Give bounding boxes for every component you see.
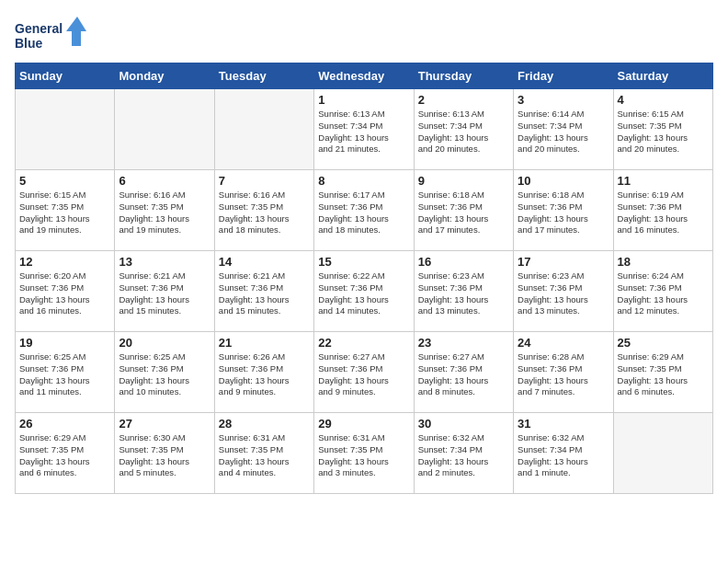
col-header-sunday: Sunday	[16, 63, 115, 89]
day-number: 15	[318, 255, 409, 269]
day-cell: 17Sunrise: 6:23 AM Sunset: 7:36 PM Dayli…	[514, 251, 613, 332]
day-number: 23	[418, 336, 509, 350]
day-cell: 6Sunrise: 6:16 AM Sunset: 7:35 PM Daylig…	[115, 170, 214, 251]
day-info: Sunrise: 6:23 AM Sunset: 7:36 PM Dayligh…	[418, 270, 509, 317]
logo: General Blue	[15, 15, 88, 55]
day-number: 30	[418, 417, 509, 431]
day-info: Sunrise: 6:31 AM Sunset: 7:35 PM Dayligh…	[219, 432, 310, 479]
day-cell: 27Sunrise: 6:30 AM Sunset: 7:35 PM Dayli…	[115, 413, 214, 494]
col-header-friday: Friday	[514, 63, 613, 89]
day-number: 19	[19, 336, 110, 350]
day-number: 11	[618, 174, 709, 188]
day-number: 5	[19, 174, 110, 188]
day-info: Sunrise: 6:32 AM Sunset: 7:34 PM Dayligh…	[418, 432, 509, 479]
day-info: Sunrise: 6:32 AM Sunset: 7:34 PM Dayligh…	[518, 432, 609, 479]
day-cell: 18Sunrise: 6:24 AM Sunset: 7:36 PM Dayli…	[613, 251, 712, 332]
day-cell: 12Sunrise: 6:20 AM Sunset: 7:36 PM Dayli…	[16, 251, 115, 332]
day-cell: 29Sunrise: 6:31 AM Sunset: 7:35 PM Dayli…	[314, 413, 414, 494]
week-row-2: 5Sunrise: 6:15 AM Sunset: 7:35 PM Daylig…	[16, 170, 713, 251]
day-info: Sunrise: 6:21 AM Sunset: 7:36 PM Dayligh…	[219, 270, 310, 317]
day-number: 7	[219, 174, 310, 188]
col-header-thursday: Thursday	[414, 63, 513, 89]
day-info: Sunrise: 6:20 AM Sunset: 7:36 PM Dayligh…	[19, 270, 110, 317]
day-number: 4	[618, 93, 709, 107]
day-number: 29	[318, 417, 409, 431]
day-cell: 25Sunrise: 6:29 AM Sunset: 7:35 PM Dayli…	[613, 332, 712, 413]
day-info: Sunrise: 6:18 AM Sunset: 7:36 PM Dayligh…	[418, 190, 509, 236]
day-info: Sunrise: 6:29 AM Sunset: 7:35 PM Dayligh…	[19, 432, 110, 479]
day-cell: 11Sunrise: 6:19 AM Sunset: 7:36 PM Dayli…	[613, 170, 712, 251]
col-header-tuesday: Tuesday	[214, 63, 313, 89]
day-number: 8	[318, 174, 409, 188]
day-cell: 13Sunrise: 6:21 AM Sunset: 7:36 PM Dayli…	[115, 251, 214, 332]
day-number: 17	[518, 255, 609, 269]
day-info: Sunrise: 6:25 AM Sunset: 7:36 PM Dayligh…	[19, 351, 110, 398]
day-info: Sunrise: 6:19 AM Sunset: 7:36 PM Dayligh…	[618, 190, 709, 236]
calendar-table: SundayMondayTuesdayWednesdayThursdayFrid…	[15, 63, 713, 494]
day-number: 24	[518, 336, 609, 350]
day-cell	[115, 89, 214, 170]
day-info: Sunrise: 6:23 AM Sunset: 7:36 PM Dayligh…	[518, 270, 609, 317]
day-number: 26	[19, 417, 110, 431]
day-info: Sunrise: 6:13 AM Sunset: 7:34 PM Dayligh…	[318, 109, 409, 155]
day-number: 6	[119, 174, 210, 188]
day-cell: 14Sunrise: 6:21 AM Sunset: 7:36 PM Dayli…	[214, 251, 313, 332]
day-info: Sunrise: 6:14 AM Sunset: 7:34 PM Dayligh…	[518, 109, 609, 155]
day-info: Sunrise: 6:24 AM Sunset: 7:36 PM Dayligh…	[618, 270, 709, 317]
day-info: Sunrise: 6:13 AM Sunset: 7:34 PM Dayligh…	[418, 109, 509, 155]
day-cell: 15Sunrise: 6:22 AM Sunset: 7:36 PM Dayli…	[314, 251, 414, 332]
day-cell: 16Sunrise: 6:23 AM Sunset: 7:36 PM Dayli…	[414, 251, 513, 332]
day-number: 16	[418, 255, 509, 269]
day-cell: 4Sunrise: 6:15 AM Sunset: 7:35 PM Daylig…	[613, 89, 712, 170]
day-number: 10	[518, 174, 609, 188]
day-number: 9	[418, 174, 509, 188]
day-cell: 10Sunrise: 6:18 AM Sunset: 7:36 PM Dayli…	[514, 170, 613, 251]
col-header-wednesday: Wednesday	[314, 63, 414, 89]
day-number: 3	[518, 93, 609, 107]
day-info: Sunrise: 6:25 AM Sunset: 7:36 PM Dayligh…	[119, 351, 210, 398]
day-cell	[613, 413, 712, 494]
day-cell: 23Sunrise: 6:27 AM Sunset: 7:36 PM Dayli…	[414, 332, 513, 413]
day-cell: 7Sunrise: 6:16 AM Sunset: 7:35 PM Daylig…	[214, 170, 313, 251]
days-header-row: SundayMondayTuesdayWednesdayThursdayFrid…	[16, 63, 713, 89]
day-number: 1	[318, 93, 409, 107]
day-info: Sunrise: 6:16 AM Sunset: 7:35 PM Dayligh…	[219, 190, 310, 236]
day-number: 27	[119, 417, 210, 431]
day-number: 13	[119, 255, 210, 269]
week-row-5: 26Sunrise: 6:29 AM Sunset: 7:35 PM Dayli…	[16, 413, 713, 494]
day-number: 22	[318, 336, 409, 350]
day-cell: 8Sunrise: 6:17 AM Sunset: 7:36 PM Daylig…	[314, 170, 414, 251]
day-cell: 28Sunrise: 6:31 AM Sunset: 7:35 PM Dayli…	[214, 413, 313, 494]
svg-marker-2	[66, 17, 86, 46]
day-info: Sunrise: 6:22 AM Sunset: 7:36 PM Dayligh…	[318, 270, 409, 317]
day-info: Sunrise: 6:21 AM Sunset: 7:36 PM Dayligh…	[119, 270, 210, 317]
day-cell: 1Sunrise: 6:13 AM Sunset: 7:34 PM Daylig…	[314, 89, 414, 170]
day-number: 20	[119, 336, 210, 350]
day-cell: 31Sunrise: 6:32 AM Sunset: 7:34 PM Dayli…	[514, 413, 613, 494]
day-number: 18	[618, 255, 709, 269]
week-row-1: 1Sunrise: 6:13 AM Sunset: 7:34 PM Daylig…	[16, 89, 713, 170]
week-row-3: 12Sunrise: 6:20 AM Sunset: 7:36 PM Dayli…	[16, 251, 713, 332]
day-cell: 9Sunrise: 6:18 AM Sunset: 7:36 PM Daylig…	[414, 170, 513, 251]
day-cell: 24Sunrise: 6:28 AM Sunset: 7:36 PM Dayli…	[514, 332, 613, 413]
day-info: Sunrise: 6:18 AM Sunset: 7:36 PM Dayligh…	[518, 190, 609, 236]
day-number: 31	[518, 417, 609, 431]
day-cell: 5Sunrise: 6:15 AM Sunset: 7:35 PM Daylig…	[16, 170, 115, 251]
day-cell: 2Sunrise: 6:13 AM Sunset: 7:34 PM Daylig…	[414, 89, 513, 170]
day-number: 2	[418, 93, 509, 107]
day-info: Sunrise: 6:28 AM Sunset: 7:36 PM Dayligh…	[518, 351, 609, 398]
day-info: Sunrise: 6:27 AM Sunset: 7:36 PM Dayligh…	[418, 351, 509, 398]
day-number: 12	[19, 255, 110, 269]
day-cell: 20Sunrise: 6:25 AM Sunset: 7:36 PM Dayli…	[115, 332, 214, 413]
col-header-saturday: Saturday	[613, 63, 712, 89]
day-cell: 22Sunrise: 6:27 AM Sunset: 7:36 PM Dayli…	[314, 332, 414, 413]
day-info: Sunrise: 6:17 AM Sunset: 7:36 PM Dayligh…	[318, 190, 409, 236]
day-info: Sunrise: 6:15 AM Sunset: 7:35 PM Dayligh…	[618, 109, 709, 155]
day-info: Sunrise: 6:16 AM Sunset: 7:35 PM Dayligh…	[119, 190, 210, 236]
day-cell	[214, 89, 313, 170]
day-info: Sunrise: 6:15 AM Sunset: 7:35 PM Dayligh…	[19, 190, 110, 236]
day-cell: 19Sunrise: 6:25 AM Sunset: 7:36 PM Dayli…	[16, 332, 115, 413]
page-header: General Blue	[15, 15, 713, 55]
day-cell: 30Sunrise: 6:32 AM Sunset: 7:34 PM Dayli…	[414, 413, 513, 494]
day-cell	[16, 89, 115, 170]
